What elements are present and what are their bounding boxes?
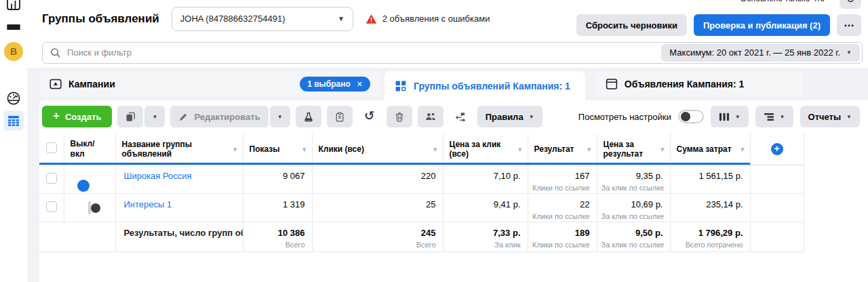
toggle-knob: [77, 180, 90, 192]
selected-campaign-underline: [39, 163, 750, 165]
row-checkbox[interactable]: [46, 173, 57, 184]
ad-set-name-link[interactable]: Интересы 1: [124, 199, 172, 209]
top-bar: Группы объявлений JOHA (847886632754491)…: [27, 0, 868, 37]
columns-button[interactable]: [711, 106, 749, 127]
header-actions: Сбросить черновики Проверка и публикация…: [576, 14, 861, 36]
folder-campaigns-icon: [49, 77, 62, 91]
menu-hamburger-icon[interactable]: [7, 22, 20, 33]
sort-icon: [518, 144, 522, 154]
tab-ad-sets[interactable]: Группы объявлений Кампания: 1: [384, 71, 585, 100]
more-options-button[interactable]: [837, 14, 861, 36]
ad-set-status-toggle[interactable]: [88, 201, 91, 214]
column-header-cpc[interactable]: Цена за клик (все): [443, 134, 528, 165]
tab-ads[interactable]: Объявления Кампания: 1: [595, 71, 803, 96]
breakdown-button[interactable]: [755, 106, 793, 127]
empty-cell: [39, 222, 115, 251]
add-column-button[interactable]: [771, 143, 783, 155]
ad-set-name-link[interactable]: Широкая Россия: [124, 171, 192, 181]
clicks-cell: 220: [312, 165, 443, 193]
create-button[interactable]: + Создать: [42, 106, 112, 127]
refresh-button[interactable]: [840, 0, 861, 9]
search-icon: [50, 47, 61, 58]
rules-button[interactable]: Правила: [477, 106, 542, 127]
table-toolbar: + Создать Редактировать: [39, 100, 868, 134]
chevron-down-icon: [735, 114, 741, 120]
chevron-down-icon: [846, 114, 852, 120]
chevron-down-icon: [846, 49, 852, 56]
column-header-result[interactable]: Результат: [528, 134, 597, 165]
selected-filter-badge[interactable]: 1 выбрано: [300, 77, 370, 92]
cost-per-result-cell: 9,35 р.За клик по ссылке: [597, 165, 670, 193]
clipboard-button[interactable]: [327, 106, 353, 127]
tab-campaigns-label: Кампании: [68, 79, 115, 89]
ab-test-button[interactable]: [296, 106, 321, 127]
errors-warning: 2 объявления с ошибками: [366, 14, 490, 24]
undo-button[interactable]: [358, 106, 381, 127]
column-header-cost-per-result[interactable]: Цена за результат: [597, 134, 670, 165]
flag-arrows-icon: [454, 111, 467, 123]
discard-drafts-button[interactable]: Сбросить черновики: [576, 14, 687, 36]
search-input[interactable]: Поиск и фильтр Максимум: 20 окт 2021 г. …: [42, 42, 863, 64]
spend-cell: 235,14 р.: [670, 193, 750, 222]
summary-row: Результаты, число групп объя… 10 386Всег…: [39, 222, 804, 251]
result-cell: 22Клики по ссылке: [528, 193, 597, 222]
spend-total: 1 796,29 р.Всего потрачено: [670, 222, 750, 251]
reports-button[interactable]: Отчеты: [800, 106, 860, 127]
duplicate-split-button: [117, 106, 165, 127]
empty-cell: [750, 193, 804, 222]
edit-button[interactable]: Редактировать: [170, 106, 268, 127]
delete-button[interactable]: [387, 106, 412, 127]
sort-icon: [302, 144, 307, 154]
select-all-checkbox[interactable]: [46, 142, 57, 153]
clipboard-icon: [334, 111, 345, 123]
column-header-impressions[interactable]: Показы: [243, 134, 312, 165]
account-selector-value: JOHA (847886632754491): [180, 14, 285, 24]
close-icon[interactable]: [357, 79, 363, 89]
account-selector[interactable]: JOHA (847886632754491): [172, 7, 353, 31]
column-header-name[interactable]: Название группы объявлений: [115, 134, 243, 165]
ads-manager-app: B Группы объявлений JOHA (84788663275449…: [0, 0, 868, 282]
duplicate-button[interactable]: [117, 106, 143, 127]
flag-arrows-button[interactable]: [449, 106, 472, 127]
toolbar-right: Посмотреть настройки Отчеты: [578, 106, 860, 127]
review-publish-button[interactable]: Проверка и публикация (2): [694, 14, 830, 36]
left-nav-sidebar: B: [0, 0, 27, 282]
impressions-cell: 1 319: [243, 193, 312, 222]
date-range-selector[interactable]: Максимум: 20 окт 2021 г. — 25 янв 2022 г…: [661, 44, 860, 62]
duplicate-dropdown-button[interactable]: [144, 106, 165, 127]
toggle-knob: [681, 112, 690, 121]
columns-icon: [719, 112, 730, 122]
cpc-cell: 9,41 р.: [443, 193, 528, 222]
gauge-dashboard-icon[interactable]: [5, 90, 22, 106]
empty-cell: [750, 165, 804, 193]
edit-split-button: Редактировать: [170, 106, 290, 127]
summary-label: Результаты, число групп объя…: [115, 222, 243, 251]
avatar[interactable]: B: [4, 42, 23, 61]
cpc-total: 7,33 р.За клик: [443, 222, 528, 251]
pencil-icon: [178, 112, 189, 122]
view-settings-toggle[interactable]: [678, 110, 704, 123]
duplicate-icon: [125, 111, 136, 123]
column-header-spend[interactable]: Сумма затрат: [670, 134, 750, 165]
row-checkbox[interactable]: [46, 201, 57, 212]
column-header-clicks[interactable]: Клики (все): [312, 134, 443, 165]
chevron-down-icon: [152, 114, 157, 120]
flask-icon: [303, 111, 314, 123]
tab-campaigns[interactable]: Кампании 1 выбрано: [39, 71, 380, 96]
level-tabs: Кампании 1 выбрано Группы объявлений Кам…: [27, 68, 868, 100]
sort-icon: [741, 144, 745, 154]
warning-triangle-icon: [366, 14, 377, 24]
audience-button[interactable]: [418, 106, 443, 127]
page-title: Группы объявлений: [42, 12, 159, 26]
ad-sets-panel: + Создать Редактировать: [39, 100, 868, 282]
chevron-down-icon: [338, 15, 344, 22]
cpc-cell: 7,10 р.: [443, 165, 528, 193]
table-view-nav-icon[interactable]: [3, 110, 24, 131]
rules-button-label: Правила: [486, 112, 524, 122]
edit-dropdown-button[interactable]: [270, 106, 290, 127]
trash-icon: [394, 111, 405, 123]
ad-sets-table: Выкл/ вкл Название группы объявлений Пок…: [39, 134, 868, 252]
campaigns-nav-icon[interactable]: [5, 0, 22, 12]
people-icon: [425, 111, 437, 122]
impressions-cell: 9 067: [243, 165, 312, 193]
